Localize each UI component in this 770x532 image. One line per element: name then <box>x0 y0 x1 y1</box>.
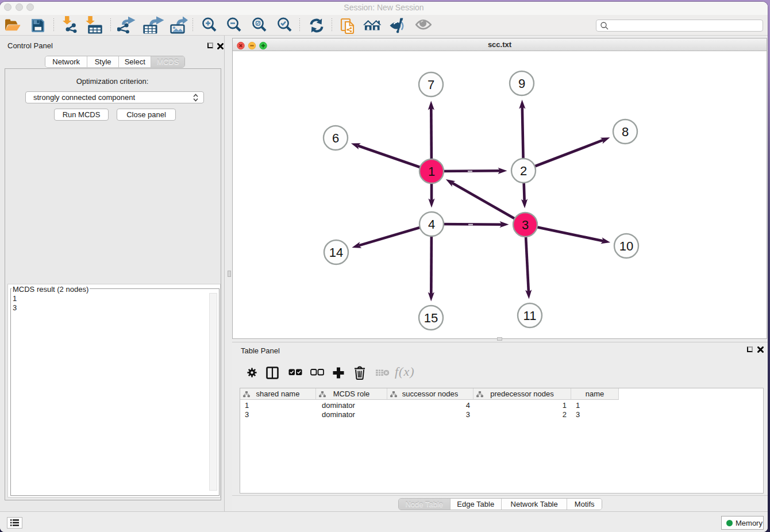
svg-text:2: 2 <box>520 164 527 178</box>
svg-text:3: 3 <box>522 218 529 232</box>
svg-text:8: 8 <box>622 125 629 139</box>
svg-text:1: 1 <box>428 164 435 179</box>
svg-text:4: 4 <box>428 217 435 232</box>
svg-text:9: 9 <box>518 76 525 91</box>
svg-text:11: 11 <box>523 309 537 323</box>
svg-text:10: 10 <box>619 239 633 253</box>
svg-text:7: 7 <box>428 78 434 92</box>
svg-text:6: 6 <box>332 131 339 145</box>
svg-text:15: 15 <box>424 311 438 325</box>
svg-text:14: 14 <box>329 245 343 260</box>
